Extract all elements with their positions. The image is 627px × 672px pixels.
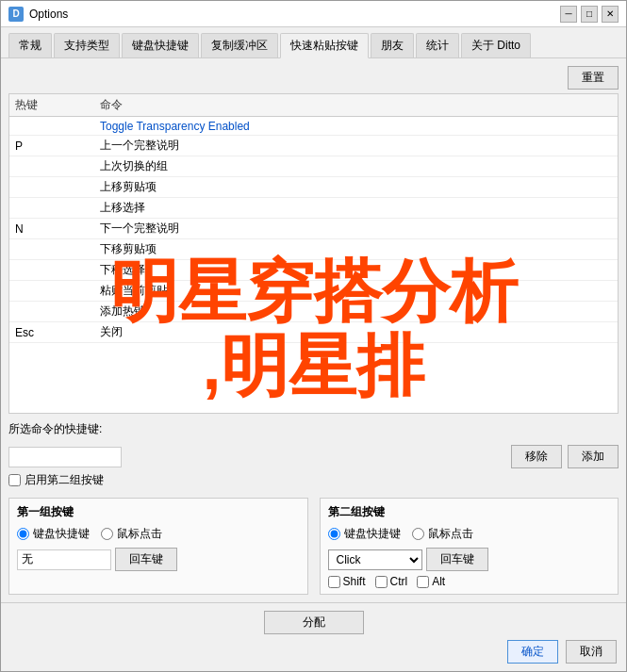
tab-quick-paste[interactable]: 快速粘贴按键 <box>280 33 369 58</box>
groups-section: 第一组按键 键盘快捷键 鼠标点击 回车键 第二组按键 键盘快捷键 <box>8 498 619 595</box>
group1-key-input[interactable] <box>17 549 111 570</box>
title-controls: ─ □ ✕ <box>560 6 619 23</box>
table-row[interactable]: Esc 关闭 <box>9 322 618 343</box>
ctrl-checkbox-item: Ctrl <box>375 575 408 588</box>
reset-row: 重置 <box>8 66 619 90</box>
group1-input-row: 回车键 <box>17 548 300 571</box>
window-title: Options <box>29 8 68 21</box>
group2-enter-button[interactable]: 回车键 <box>426 548 488 571</box>
group1-box: 第一组按键 键盘快捷键 鼠标点击 回车键 <box>8 498 308 595</box>
group1-mouse-radio[interactable] <box>101 528 113 540</box>
shortcut-section: 所选命令的快捷键: 移除 添加 启用第二组按键 <box>8 421 619 494</box>
distribute-button[interactable]: 分配 <box>264 611 364 634</box>
tabs-bar: 常规 支持类型 键盘快捷键 复制缓冲区 快速粘贴按键 朋友 统计 关于 Ditt… <box>1 27 626 58</box>
group2-keyboard-label: 键盘快捷键 <box>344 526 401 542</box>
cancel-button[interactable]: 取消 <box>566 640 617 664</box>
tab-statistics[interactable]: 统计 <box>416 33 459 57</box>
alt-checkbox[interactable] <box>417 576 429 588</box>
group2-checkboxes: Shift Ctrl Alt <box>328 575 611 588</box>
group2-title: 第二组按键 <box>328 504 611 520</box>
table-row[interactable]: 下移剪贴项 <box>9 239 618 260</box>
bottom-bar: 分配 确定 取消 <box>1 602 626 671</box>
group2-keyboard-radio[interactable] <box>328 528 340 540</box>
col-hotkey-header: 热键 <box>15 97 100 113</box>
table-row[interactable]: 上移剪贴项 <box>9 177 618 198</box>
tab-about[interactable]: 关于 Ditto <box>461 33 531 57</box>
tab-keyboard-shortcuts[interactable]: 键盘快捷键 <box>122 33 199 57</box>
group2-radio-row: 键盘快捷键 鼠标点击 <box>328 526 611 542</box>
shift-checkbox[interactable] <box>328 576 340 588</box>
group2-input-row: Click Double Click Middle Click Right Cl… <box>328 548 611 571</box>
table-header: 热键 命令 <box>9 94 618 117</box>
group2-mouse-radio[interactable] <box>412 528 424 540</box>
group1-radio-keyboard: 键盘快捷键 鼠标点击 <box>17 526 300 542</box>
shift-checkbox-item: Shift <box>328 575 366 588</box>
group2-box: 第二组按键 键盘快捷键 鼠标点击 Click Double Click Midd… <box>320 498 619 595</box>
ctrl-checkbox[interactable] <box>375 576 388 588</box>
ctrl-label: Ctrl <box>390 575 408 588</box>
ok-button[interactable]: 确定 <box>507 640 558 664</box>
shift-label: Shift <box>343 575 366 588</box>
main-content: 重置 热键 命令 Toggle Transparency Enabled P 上… <box>1 58 626 602</box>
shortcut-input[interactable] <box>8 447 122 467</box>
tab-friends[interactable]: 朋友 <box>371 33 414 57</box>
minimize-button[interactable]: ─ <box>560 6 577 23</box>
table-row[interactable]: 上移选择 <box>9 198 618 219</box>
enable-second-group-label: 启用第二组按键 <box>25 472 104 488</box>
remove-button[interactable]: 移除 <box>511 445 562 468</box>
group1-keyboard-radio[interactable] <box>17 528 29 540</box>
table-row[interactable]: P 上一个完整说明 <box>9 136 618 156</box>
table-row[interactable]: 添加热键 <box>9 302 618 322</box>
group2-click-select[interactable]: Click Double Click Middle Click Right Cl… <box>328 549 422 570</box>
group1-enter-button[interactable]: 回车键 <box>115 548 177 571</box>
group1-mouse-label: 鼠标点击 <box>117 526 162 542</box>
tab-general[interactable]: 常规 <box>8 33 52 57</box>
alt-checkbox-item: Alt <box>417 575 445 588</box>
col-command-header: 命令 <box>100 97 612 113</box>
shortcuts-table[interactable]: 热键 命令 Toggle Transparency Enabled P 上一个完… <box>8 93 619 414</box>
close-button[interactable]: ✕ <box>602 6 619 23</box>
alt-label: Alt <box>432 575 445 588</box>
table-row[interactable]: Toggle Transparency Enabled <box>9 117 618 136</box>
enable-second-group-checkbox[interactable] <box>8 474 21 486</box>
app-icon: D <box>8 7 24 22</box>
reset-button[interactable]: 重置 <box>568 66 619 90</box>
group2-mouse-label: 鼠标点击 <box>428 526 473 542</box>
ok-cancel-row: 确定 取消 <box>10 640 617 664</box>
tab-support-types[interactable]: 支持类型 <box>54 33 120 57</box>
enable-second-group-row: 启用第二组按键 <box>8 472 619 488</box>
table-row[interactable]: N 下一个完整说明 <box>9 219 618 239</box>
table-row[interactable]: 粘贴当前剪贴 <box>9 281 618 302</box>
options-window: D Options ─ □ ✕ 常规 支持类型 键盘快捷键 复制缓冲区 快速粘贴… <box>0 0 627 672</box>
table-row[interactable]: 下移选择 <box>9 260 618 281</box>
add-button[interactable]: 添加 <box>568 445 619 468</box>
title-bar: D Options ─ □ ✕ <box>1 1 626 27</box>
maximize-button[interactable]: □ <box>581 6 598 23</box>
tab-clipboard-buffer[interactable]: 复制缓冲区 <box>201 33 278 57</box>
group1-title: 第一组按键 <box>17 504 300 520</box>
table-row[interactable]: 上次切换的组 <box>9 156 618 177</box>
shortcut-label: 所选命令的快捷键: <box>8 421 102 437</box>
group1-keyboard-label: 键盘快捷键 <box>33 526 90 542</box>
